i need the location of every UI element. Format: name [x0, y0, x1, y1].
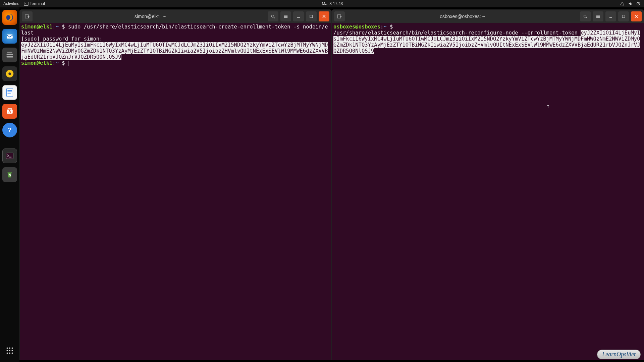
active-app-label: Terminal	[30, 1, 45, 6]
svg-text:?: ?	[8, 127, 12, 133]
active-app-indicator[interactable]: Terminal	[24, 1, 45, 6]
search-icon	[271, 14, 275, 19]
network-icon[interactable]	[620, 1, 625, 6]
svg-rect-14	[7, 90, 12, 91]
svg-rect-9	[7, 54, 13, 55]
close-button[interactable]	[631, 11, 642, 21]
svg-text:A: A	[8, 109, 11, 113]
svg-point-35	[272, 15, 274, 17]
maximize-button[interactable]	[618, 11, 629, 21]
minimize-icon	[609, 14, 613, 18]
minimize-button[interactable]	[293, 11, 304, 21]
terminal-body-left[interactable]: simon@elk1:~ $ sudo /usr/share/elasticse…	[20, 23, 331, 67]
dock-firefox[interactable]	[2, 10, 17, 25]
prompt-user: simon@elk1	[21, 24, 52, 30]
terminal-window-right: osboxes@osboxes: ~ osboxes@osboxes:~ $ /…	[332, 9, 644, 360]
hamburger-icon	[283, 14, 288, 19]
dock-terminal[interactable]	[2, 148, 17, 163]
activities-button[interactable]: Activities	[3, 1, 19, 6]
svg-rect-10	[7, 56, 13, 58]
gnome-topbar: Activities Terminal Mai 3 17:43	[0, 0, 644, 7]
terminal-body-right[interactable]: osboxes@osboxes:~ $ /usr/share/elasticse…	[332, 23, 644, 55]
command-line-1: sudo /usr/share/elasticsearch/bin/elasti…	[21, 24, 328, 36]
svg-point-23	[6, 347, 8, 349]
menu-button[interactable]	[280, 11, 291, 21]
svg-rect-13	[7, 89, 13, 97]
svg-point-24	[9, 347, 10, 349]
search-button[interactable]	[268, 11, 278, 21]
desktop: simon@elk1: ~ simon@elk1:~ $ sudo /usr/s…	[19, 7, 644, 362]
search-button[interactable]	[580, 11, 591, 21]
dock: A ?	[0, 7, 19, 362]
terminal-title-right: osboxes@osboxes: ~	[347, 14, 578, 19]
prompt-path-2: ~	[56, 60, 59, 66]
maximize-icon	[309, 14, 313, 18]
svg-point-28	[11, 350, 13, 351]
new-tab-button[interactable]	[334, 11, 345, 21]
svg-point-2	[622, 5, 623, 6]
command-prefix: /usr/share/elasticsearch/bin/elasticsear…	[333, 30, 581, 36]
enrollment-token-output: eyJ2ZXIiOiI4LjEuMyIsImFkciI6WyIxMC4wLjIu…	[21, 42, 328, 60]
trash-icon	[5, 170, 14, 179]
watermark: LearnOpsViet	[597, 350, 641, 359]
terminal-app-icon	[5, 151, 14, 161]
show-applications[interactable]	[2, 343, 17, 358]
dock-trash[interactable]	[2, 167, 17, 182]
minimize-button[interactable]	[605, 11, 616, 21]
maximize-icon	[622, 14, 626, 18]
dock-files[interactable]	[2, 48, 17, 62]
close-icon	[634, 14, 638, 18]
firefox-icon	[5, 12, 15, 22]
rhythmbox-icon	[5, 69, 15, 79]
volume-icon[interactable]	[628, 1, 633, 6]
hamburger-icon	[596, 14, 600, 19]
svg-point-31	[11, 352, 13, 354]
thunderbird-icon	[5, 32, 14, 41]
libreoffice-writer-icon	[5, 87, 15, 98]
svg-rect-0	[24, 2, 28, 6]
svg-point-29	[6, 352, 8, 354]
prompt-path: ~	[56, 24, 59, 30]
svg-point-30	[9, 352, 10, 354]
svg-rect-21	[8, 172, 12, 173]
apps-grid-icon	[5, 346, 15, 356]
dock-ubuntu-software[interactable]: A	[2, 104, 17, 119]
minimize-icon	[297, 14, 301, 18]
dock-help[interactable]: ?	[2, 123, 17, 137]
svg-point-26	[6, 350, 8, 351]
menu-button[interactable]	[593, 11, 603, 21]
close-button[interactable]	[319, 11, 329, 21]
text-cursor: I	[547, 104, 549, 109]
dock-libreoffice-writer[interactable]	[2, 85, 17, 100]
svg-point-3	[623, 5, 624, 6]
search-icon	[583, 14, 588, 19]
sudo-password-line: [sudo] password for simon:	[21, 36, 103, 42]
svg-point-1	[621, 5, 622, 6]
help-icon: ?	[5, 126, 14, 134]
svg-rect-7	[7, 35, 13, 39]
svg-point-47	[584, 15, 586, 17]
svg-point-25	[11, 347, 13, 349]
svg-rect-15	[7, 92, 12, 92]
cursor	[68, 61, 71, 66]
new-tab-button[interactable]	[22, 11, 33, 21]
svg-line-36	[274, 17, 275, 18]
terminal-icon	[24, 1, 29, 6]
clock[interactable]: Mai 3 17:43	[45, 1, 620, 6]
prompt-user-2: simon@elk1	[21, 60, 52, 66]
dock-separator	[4, 143, 16, 143]
svg-rect-32	[25, 15, 29, 18]
svg-rect-20	[6, 153, 13, 159]
svg-rect-41	[310, 15, 313, 18]
svg-rect-8	[7, 52, 12, 53]
terminal-window-left: simon@elk1: ~ simon@elk1:~ $ sudo /usr/s…	[19, 9, 332, 360]
terminal-header-right: osboxes@osboxes: ~	[332, 10, 644, 23]
svg-rect-16	[7, 93, 10, 94]
dock-rhythmbox[interactable]	[2, 66, 17, 81]
terminal-title-left: simon@elk1: ~	[35, 14, 266, 19]
ubuntu-software-icon: A	[5, 107, 14, 116]
maximize-button[interactable]	[306, 11, 317, 21]
power-icon[interactable]	[636, 1, 641, 6]
svg-line-48	[586, 17, 587, 18]
dock-thunderbird[interactable]	[2, 29, 17, 44]
